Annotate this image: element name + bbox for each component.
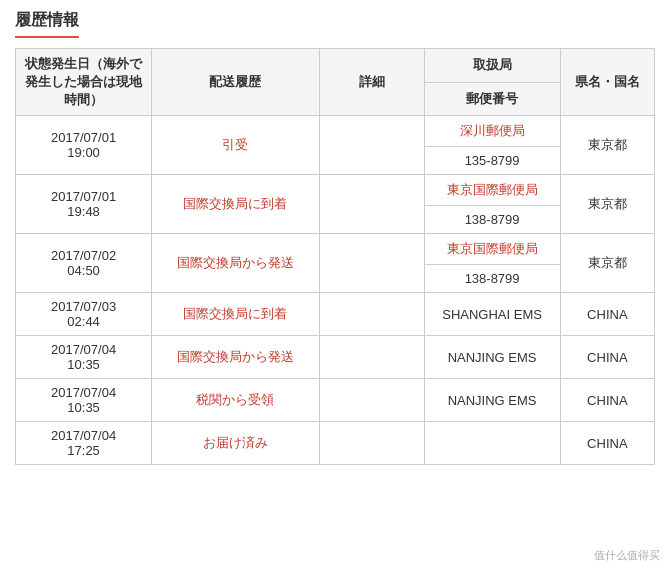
table-row-prefecture: CHINA	[560, 293, 654, 336]
table-row-post-number: 138-8799	[424, 206, 560, 234]
header-post-office-top: 取扱局	[424, 49, 560, 83]
header-post-number: 郵便番号	[424, 82, 560, 116]
header-date: 状態発生日（海外で発生した場合は現地時間）	[16, 49, 152, 116]
table-row-detail	[319, 379, 424, 422]
table-row-date: 2017/07/04 17:25	[16, 422, 152, 465]
table-row-prefecture: CHINA	[560, 336, 654, 379]
table-row-post-office: 東京国際郵便局	[424, 234, 560, 265]
table-row-post-office	[424, 422, 560, 465]
table-row-detail	[319, 336, 424, 379]
table-row-date: 2017/07/01 19:48	[16, 175, 152, 234]
table-row-detail	[319, 234, 424, 293]
table-row-post-office: 深川郵便局	[424, 116, 560, 147]
table-row-date: 2017/07/01 19:00	[16, 116, 152, 175]
table-row-detail	[319, 293, 424, 336]
table-row-prefecture: CHINA	[560, 422, 654, 465]
table-row-history: 国際交換局に到着	[152, 175, 320, 234]
table-row-post-office: 東京国際郵便局	[424, 175, 560, 206]
table-row-history: お届け済み	[152, 422, 320, 465]
table-row-prefecture: 東京都	[560, 116, 654, 175]
table-row-date: 2017/07/02 04:50	[16, 234, 152, 293]
table-row-detail	[319, 175, 424, 234]
table-row-prefecture: CHINA	[560, 379, 654, 422]
header-history: 配送履歴	[152, 49, 320, 116]
table-row-post-number: 138-8799	[424, 265, 560, 293]
table-row-post-office: SHANGHAI EMS	[424, 293, 560, 336]
table-row-detail	[319, 116, 424, 175]
table-row-date: 2017/07/03 02:44	[16, 293, 152, 336]
table-row-history: 税関から受領	[152, 379, 320, 422]
header-detail: 詳細	[319, 49, 424, 116]
tracking-table: 状態発生日（海外で発生した場合は現地時間） 配送履歴 詳細 取扱局 県名・国名 …	[15, 48, 655, 465]
table-row-post-office: NANJING EMS	[424, 336, 560, 379]
table-row-date: 2017/07/04 10:35	[16, 336, 152, 379]
page-title: 履歴情報	[15, 10, 79, 38]
table-row-date: 2017/07/04 10:35	[16, 379, 152, 422]
table-row-post-office: NANJING EMS	[424, 379, 560, 422]
header-prefecture: 県名・国名	[560, 49, 654, 116]
table-row-history: 国際交換局から発送	[152, 336, 320, 379]
table-row-history: 国際交換局から発送	[152, 234, 320, 293]
table-row-history: 引受	[152, 116, 320, 175]
table-row-prefecture: 東京都	[560, 234, 654, 293]
table-row-detail	[319, 422, 424, 465]
table-row-history: 国際交換局に到着	[152, 293, 320, 336]
table-row-post-number: 135-8799	[424, 147, 560, 175]
table-row-prefecture: 東京都	[560, 175, 654, 234]
